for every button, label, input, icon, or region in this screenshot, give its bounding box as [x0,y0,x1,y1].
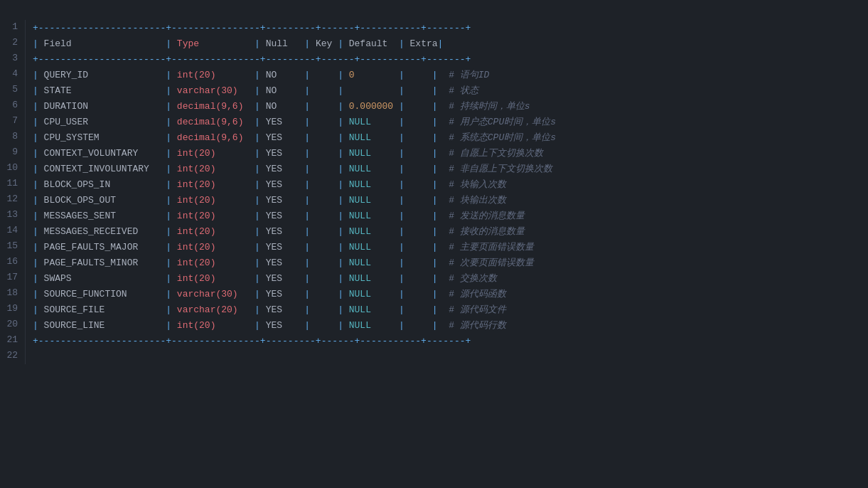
pipe: | [166,148,177,159]
pipe: | [254,85,266,96]
table-row: 19| SOURCE_FILE | varchar(20) | YES | | … [0,302,868,317]
field-extra [410,320,432,331]
pipe: | [304,242,316,253]
field-default: NULL [349,148,399,159]
line-number: 12 [0,192,26,208]
field-null: YES [266,226,305,237]
pipe: | [304,211,316,221]
field-default: NULL [349,289,399,299]
pipe: | [304,195,316,206]
pipe: | [432,101,438,112]
pipe: | [33,164,44,174]
pipe: | [338,195,349,206]
pipe: | [254,179,266,190]
pipe: | [304,85,316,96]
comment-text: 源代码文件 [460,303,506,316]
field-null: NO [266,101,305,112]
line-number: 6 [0,98,26,114]
field-default: NULL [349,304,399,315]
line-content: | SWAPS | int(20) | YES | | NULL | | # 交… [26,270,868,286]
pipe: | [304,289,316,299]
comment-text: 次要页面错误数量 [460,256,534,269]
pipe: | [399,226,410,237]
pipe: | [166,195,177,206]
line-number: 15 [0,239,26,255]
pipe: | [304,132,316,143]
comment-hash: # [438,258,460,268]
line-content [26,349,868,364]
header-type: Type [177,38,254,49]
comment-hash: # [438,85,460,96]
pipe: | [432,273,438,284]
pipe: | [33,304,44,315]
line-number: 3 [0,51,26,67]
pipe: | [432,195,438,206]
line-number: 2 [0,36,26,51]
comment-text: 源代码函数 [460,287,506,300]
field-default: NULL [349,179,399,190]
pipe: | [33,179,44,190]
field-extra [410,211,432,221]
field-type: int(20) [177,242,254,253]
line-content: | SOURCE_LINE | int(20) | YES | | NULL |… [26,317,868,333]
comment-hash: # [438,289,460,299]
comment-text: 用户态CPU时间，单位s [460,115,556,128]
field-null: YES [266,320,305,331]
comment-text: 源代码行数 [460,319,506,331]
field-default: NULL [349,164,399,174]
field-default: NULL [349,211,399,221]
pipe: | [432,132,438,143]
comment-text: 发送的消息数量 [460,209,525,222]
field-extra [410,132,432,143]
field-name: PAGE_FAULTS_MINOR [44,258,166,268]
pipe: | [338,38,349,49]
pipe: | [254,226,266,237]
pipe: | [33,289,44,299]
field-extra [410,195,432,206]
pipe: | [166,273,177,284]
line-content: | PAGE_FAULTS_MINOR | int(20) | YES | | … [26,255,868,270]
table-row: 2| Field | Type | Null | Key | Default |… [0,36,868,51]
pipe: | [432,179,438,190]
comment-text: 主要页面错误数量 [460,240,534,253]
pipe: | [33,258,44,268]
comment-hash: # [438,132,460,143]
pipe: | [254,242,266,253]
pipe: | [254,273,266,284]
field-extra [410,70,432,80]
pipe: | [33,70,44,80]
comment-hash: # [438,195,460,206]
field-null: YES [266,258,305,268]
pipe: | [254,289,266,299]
pipe: | [254,117,266,127]
table-row: 12| BLOCK_OPS_OUT | int(20) | YES | | NU… [0,192,868,208]
comment-text: 块输入次数 [460,178,506,191]
pipe: | [166,38,177,49]
field-null: YES [266,164,305,174]
pipe: | [304,101,316,112]
pipe: | [33,38,44,49]
field-default: NULL [349,273,399,284]
field-key [316,117,338,127]
line-number: 11 [0,176,26,192]
line-number: 21 [0,333,26,349]
line-content: | MESSAGES_RECEIVED | int(20) | YES | | … [26,223,868,239]
pipe: | [166,242,177,253]
pipe: | [432,242,438,253]
field-extra [410,117,432,127]
pipe: | [338,85,349,96]
line-content: +-----------------------+---------------… [26,51,868,67]
field-key [316,164,338,174]
line-content: +-----------------------+---------------… [26,20,868,36]
field-key [316,85,338,96]
field-key [316,211,338,221]
line-content: | BLOCK_OPS_OUT | int(20) | YES | | NULL… [26,192,868,208]
pipe: | [166,289,177,299]
field-type: int(20) [177,258,254,268]
pipe: | [338,101,349,112]
pipe: | [432,164,438,174]
line-content: | PAGE_FAULTS_MAJOR | int(20) | YES | | … [26,239,868,255]
line-content: | SOURCE_FILE | varchar(20) | YES | | NU… [26,302,868,317]
field-key [316,70,338,80]
field-type: decimal(9,6) [177,101,254,112]
